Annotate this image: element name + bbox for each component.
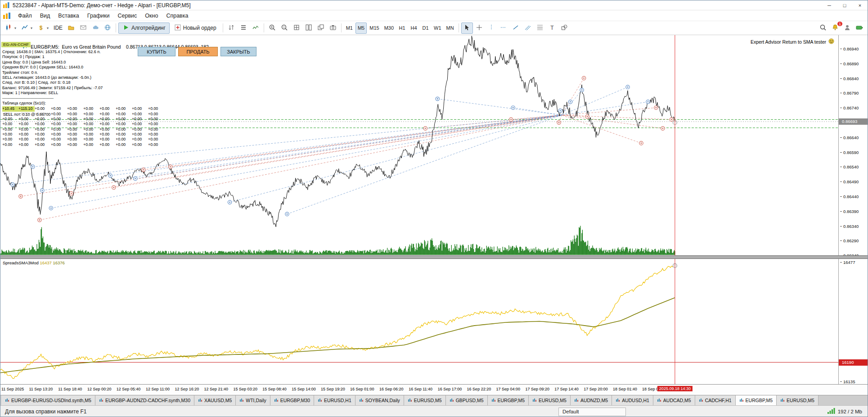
chart-tab-3[interactable]: XAUUSD,M5 — [194, 395, 236, 405]
close-positions-button[interactable]: ЗАКРЫТЬ — [220, 47, 256, 56]
menu-item-4[interactable]: Графики — [83, 11, 114, 20]
timeframe-m30[interactable]: M30 — [382, 23, 396, 34]
trade-table-cell: +0.00 — [67, 137, 83, 142]
menu-item-2[interactable]: Вид — [36, 11, 54, 20]
chart-tab-9[interactable]: GBPUSD,M5 — [446, 395, 488, 405]
chart-tab-16[interactable]: EURGBP,M5 — [736, 395, 777, 405]
trade-table-cell: +0.00 — [51, 117, 67, 122]
chart-tab-11[interactable]: EURUSD,M5 — [529, 395, 571, 405]
fibonacci-tool-button[interactable] — [534, 23, 546, 34]
ea-panel-line: Марж: 1 | Направление: SELL — [2, 91, 191, 95]
trade-table-cell: +0.00 — [132, 132, 148, 137]
chart-tab-2[interactable]: EURGBP-AUDNZD-CADCHF.synth,M30 — [95, 395, 194, 405]
chart-tab-label: SOYBEAN,Daily — [365, 398, 400, 403]
data-window-button[interactable] — [65, 23, 77, 34]
trade-table-cell: +0.00 — [67, 142, 83, 147]
chart-tab-4[interactable]: WTI,Daily — [236, 395, 270, 405]
sell-button[interactable]: ПРОДАТЬ — [178, 47, 218, 56]
data-window-icon — [67, 24, 75, 32]
menu-item-5[interactable]: Сервис — [114, 11, 141, 20]
chart-tab-1[interactable]: EURGBP-EURUSD-USDInd.synth,M5 — [1, 395, 95, 405]
tick-chart-button[interactable] — [250, 23, 261, 34]
buy-button[interactable]: КУПИТЬ — [138, 47, 175, 56]
trade-table-cell: +0.00 — [18, 137, 35, 142]
user-icon — [844, 24, 851, 32]
new-chart-button[interactable]: ▾ — [19, 23, 35, 34]
cascade-windows-button[interactable] — [315, 23, 327, 34]
timeframe-m15[interactable]: M15 — [367, 23, 381, 34]
vertical-line-tool-button[interactable] — [486, 23, 497, 34]
chart-tab-15[interactable]: CADCHF,H1 — [695, 395, 736, 405]
chart-tab-17[interactable]: EURUSD,M5 — [777, 395, 819, 405]
zoom-in-button[interactable] — [266, 23, 278, 34]
app-icon — [3, 2, 10, 8]
chart-tab-13[interactable]: AUDUSD,H1 — [612, 395, 653, 405]
horizontal-line-tool-button[interactable] — [498, 23, 509, 34]
price-axis-label: 0.86340 — [840, 224, 859, 229]
chart-tab-8[interactable]: EURUSD,M5 — [404, 395, 446, 405]
ea-panel-line: След. лот B: 0.10 | След. лот S: 0.18 — [2, 80, 191, 85]
zoom-out-button[interactable] — [279, 23, 290, 34]
timeframe-m15-label: M15 — [369, 25, 379, 31]
chart-tab-10[interactable]: EURGBP,M5 — [488, 395, 529, 405]
chart-tab-6[interactable]: EURUSD,H1 — [314, 395, 355, 405]
notifications-button[interactable]: 1 — [829, 23, 841, 34]
chart-tab-14[interactable]: AUDCAD,M5 — [653, 395, 695, 405]
chart-tab-icon — [616, 398, 620, 403]
chart-type-button[interactable]: ▾ — [3, 23, 18, 34]
timeframe-mn[interactable]: MN — [444, 23, 456, 34]
profiles-button[interactable]: $▾ — [35, 23, 51, 34]
chart-type-icon — [5, 24, 12, 32]
vps-icon — [92, 24, 99, 32]
timeframe-d1[interactable]: D1 — [420, 23, 431, 34]
timeframe-m1[interactable]: M1 — [344, 23, 355, 34]
trade-table-cell: +0.00 — [132, 122, 148, 127]
shapes-tool-button[interactable] — [558, 23, 570, 34]
menu-item-6[interactable]: Окно — [141, 11, 162, 20]
channel-tool-button[interactable] — [522, 23, 534, 34]
minimize-button[interactable]: ─ — [822, 0, 837, 10]
chart-tab-7[interactable]: SOYBEAN,Daily — [355, 395, 404, 405]
timeframe-h4[interactable]: H4 — [408, 23, 419, 34]
grid-button[interactable] — [291, 23, 302, 34]
connection-icon — [856, 24, 863, 32]
text-tool-button[interactable]: T — [546, 23, 558, 34]
profile-selector[interactable]: Default — [558, 408, 626, 416]
user-button[interactable] — [841, 23, 853, 34]
crosshair-tool-button[interactable] — [473, 23, 485, 34]
chart-area[interactable]: EURGBP,M5: Euro vs Great Britain Pound 0… — [0, 35, 868, 384]
trade-table-row: +0.00+0.00+0.00+0.00+0.00+0.00+0.00+0.00… — [2, 132, 191, 137]
algo-trading-button[interactable]: Алготрейдинг — [118, 23, 170, 34]
ide-button[interactable]: IDE — [51, 23, 65, 34]
community-button[interactable] — [102, 23, 113, 34]
close-button[interactable]: × — [852, 0, 868, 10]
screenshot-button[interactable] — [327, 23, 339, 34]
chart-tab-label: XAUUSD,M5 — [204, 398, 232, 403]
symbols-sort-button[interactable] — [225, 23, 237, 34]
chart-tab-icon — [5, 398, 9, 403]
chart-tab-5[interactable]: EURGBP,M30 — [270, 395, 314, 405]
mailbox-button[interactable] — [77, 23, 89, 34]
maximize-button[interactable]: □ — [837, 0, 852, 10]
chart-tab-label: EURUSD,M5 — [787, 398, 814, 403]
cursor-tool-button[interactable] — [461, 23, 473, 34]
trade-table-cell: +0.00 — [83, 132, 99, 137]
new-order-button[interactable]: Новый ордер — [170, 23, 220, 34]
pane-separator[interactable] — [0, 255, 868, 259]
timeframe-h1[interactable]: H1 — [396, 23, 408, 34]
time-axis: 11 Sep 202511 Sep 13:2011 Sep 18:4012 Se… — [0, 384, 868, 395]
menu-item-7[interactable]: Справка — [162, 11, 192, 20]
timeframe-w1[interactable]: W1 — [432, 23, 444, 34]
trade-table-cell: +0.00 — [132, 117, 148, 122]
chart-tab-12[interactable]: AUDNZD,M5 — [571, 395, 612, 405]
tile-windows-button[interactable] — [303, 23, 315, 34]
timeframe-m5[interactable]: M5 — [355, 23, 367, 34]
vps-button[interactable] — [90, 23, 101, 34]
market-depth-button[interactable] — [238, 23, 249, 34]
menu-item-3[interactable]: Вставка — [54, 11, 83, 20]
trendline-tool-button[interactable] — [510, 23, 522, 34]
search-button[interactable] — [817, 23, 829, 34]
ea-panel-line: Трейлинг стоп: 0 п. — [2, 70, 191, 75]
menu-item-1[interactable]: Файл — [14, 11, 36, 20]
chart-tab-icon — [198, 398, 202, 403]
